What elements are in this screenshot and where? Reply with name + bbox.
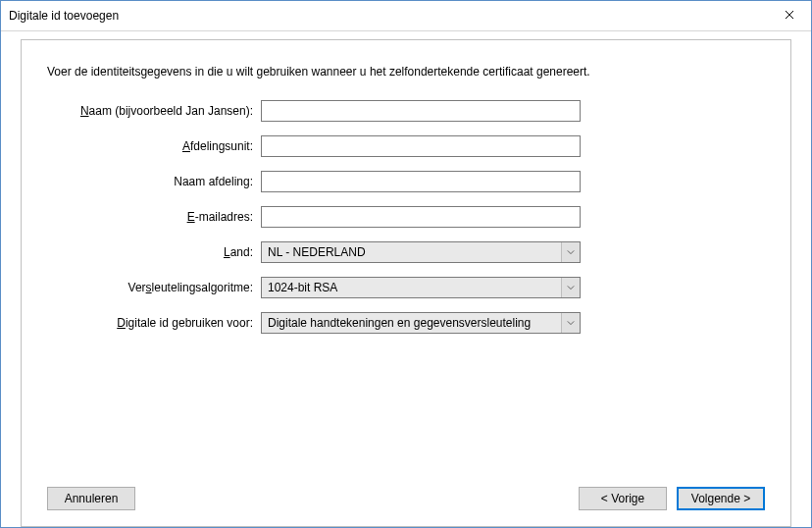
- label-unit: Afdelingsunit:: [47, 139, 261, 153]
- chevron-down-icon: [561, 278, 580, 297]
- row-dept: Naam afdeling:: [47, 171, 765, 192]
- dept-field[interactable]: [261, 171, 581, 192]
- name-field[interactable]: [261, 100, 581, 122]
- label-name: Naam (bijvoorbeeld Jan Jansen):: [47, 104, 261, 118]
- country-value: NL - NEDERLAND: [262, 242, 561, 262]
- label-country: Land:: [47, 245, 261, 259]
- label-usage: Digitale id gebruiken voor:: [47, 316, 261, 330]
- instructions-text: Voer de identiteitsgegevens in die u wil…: [47, 64, 596, 80]
- next-button[interactable]: Volgende >: [677, 487, 765, 510]
- label-dept: Naam afdeling:: [47, 175, 261, 188]
- unit-field[interactable]: [261, 135, 581, 157]
- window-title: Digitale id toevoegen: [9, 9, 119, 23]
- usage-value: Digitale handtekeningen en gegevensversl…: [262, 313, 561, 333]
- country-select[interactable]: NL - NEDERLAND: [261, 241, 581, 263]
- chevron-down-icon: [561, 313, 580, 333]
- email-field[interactable]: [261, 206, 581, 228]
- row-unit: Afdelingsunit:: [47, 135, 765, 157]
- close-icon: [785, 9, 794, 23]
- row-email: E-mailadres:: [47, 206, 765, 228]
- algo-value: 1024-bit RSA: [262, 278, 561, 297]
- dialog-window: Digitale id toevoegen Voer de identiteit…: [0, 0, 812, 528]
- algo-select[interactable]: 1024-bit RSA: [261, 277, 581, 298]
- chevron-down-icon: [561, 242, 580, 262]
- form-panel: Voer de identiteitsgegevens in die u wil…: [21, 39, 791, 527]
- row-name: Naam (bijvoorbeeld Jan Jansen):: [47, 100, 765, 122]
- cancel-button[interactable]: Annuleren: [47, 487, 135, 510]
- titlebar: Digitale id toevoegen: [1, 1, 811, 31]
- row-usage: Digitale id gebruiken voor: Digitale han…: [47, 312, 765, 334]
- row-algo: Versleutelingsalgoritme: 1024-bit RSA: [47, 277, 765, 298]
- close-button[interactable]: [767, 1, 811, 30]
- label-email: E-mailadres:: [47, 210, 261, 224]
- back-button[interactable]: < Vorige: [579, 487, 667, 510]
- content-area: Voer de identiteitsgegevens in die u wil…: [1, 31, 811, 527]
- button-bar: Annuleren < Vorige Volgende >: [47, 487, 765, 510]
- label-algo: Versleutelingsalgoritme:: [47, 281, 261, 294]
- usage-select[interactable]: Digitale handtekeningen en gegevensversl…: [261, 312, 581, 334]
- row-country: Land: NL - NEDERLAND: [47, 241, 765, 263]
